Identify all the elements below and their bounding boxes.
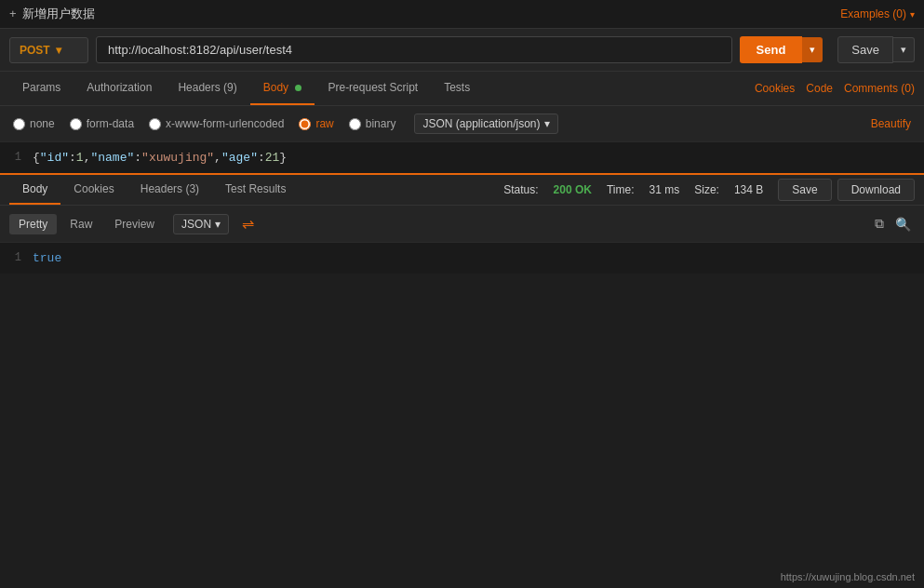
body-type-options: none form-data x-www-form-urlencoded raw…: [13, 114, 558, 134]
tab-nav-left: Params Authorization Headers (9) Body Pr…: [9, 72, 483, 105]
response-code-line-1: 1 true: [0, 250, 924, 266]
response-meta: Status: 200 OK Time: 31 ms Size: 134 B S…: [503, 179, 915, 201]
body-option-form-data[interactable]: form-data: [70, 117, 134, 130]
request-editor: 1 {"id":1,"name":"xuwujing","age":21}: [0, 142, 924, 173]
resp-pretty-btn[interactable]: Pretty: [9, 214, 57, 234]
code-content-1: {"id":1,"name":"xuwujing","age":21}: [33, 151, 287, 165]
resp-wrap-btn[interactable]: ⇌: [233, 211, 263, 236]
response-save-button[interactable]: Save: [778, 179, 831, 201]
body-option-binary[interactable]: binary: [349, 117, 396, 130]
page-title: 新增用户数据: [9, 6, 95, 22]
method-select[interactable]: POST ▾: [9, 37, 88, 63]
size-label: Size:: [694, 183, 719, 196]
response-tab-headers[interactable]: Headers (3): [127, 175, 212, 205]
response-tabs: Body Cookies Headers (3) Test Results: [9, 175, 299, 205]
tab-authorization[interactable]: Authorization: [74, 72, 165, 105]
response-tab-test-results[interactable]: Test Results: [212, 175, 299, 205]
response-body-right: ⧉ 🔍: [871, 212, 915, 235]
save-button-group: Save ▾: [837, 36, 915, 63]
status-value: 200 OK: [554, 183, 592, 196]
resp-preview-btn[interactable]: Preview: [105, 214, 164, 234]
response-body-left: Pretty Raw Preview JSON ▾ ⇌: [9, 211, 263, 236]
tab-body[interactable]: Body: [250, 72, 315, 105]
copy-response-button[interactable]: ⧉: [871, 212, 888, 235]
method-chevron-icon: ▾: [56, 44, 61, 57]
line-number-1: 1: [0, 151, 33, 164]
response-tab-cookies[interactable]: Cookies: [60, 175, 127, 205]
examples-label: Examples (0): [840, 7, 906, 20]
tab-pre-request[interactable]: Pre-request Script: [315, 72, 431, 105]
chevron-down-icon: [910, 7, 915, 20]
tab-params[interactable]: Params: [9, 72, 74, 105]
comments-link[interactable]: Comments (0): [844, 82, 915, 95]
json-type-chevron-icon: ▾: [544, 117, 550, 130]
beautify-button[interactable]: Beautify: [871, 117, 911, 130]
code-line-1: 1 {"id":1,"name":"xuwujing","age":21}: [0, 150, 924, 166]
top-bar: 新增用户数据 Examples (0): [0, 0, 924, 29]
send-dropdown-button[interactable]: ▾: [802, 37, 823, 62]
method-value: POST: [20, 44, 50, 57]
status-label: Status:: [503, 183, 538, 196]
tab-nav-right: Cookies Code Comments (0): [755, 82, 915, 95]
response-header: Body Cookies Headers (3) Test Results St…: [0, 175, 924, 206]
resp-json-chevron-icon: ▾: [215, 218, 221, 231]
resp-json-type-btn[interactable]: JSON ▾: [173, 214, 229, 234]
body-option-url-encoded[interactable]: x-www-form-urlencoded: [149, 117, 284, 130]
url-input[interactable]: [96, 36, 732, 63]
response-code-area: 1 true: [0, 243, 924, 274]
body-option-none[interactable]: none: [13, 117, 55, 130]
response-tab-body[interactable]: Body: [9, 175, 60, 205]
body-option-raw[interactable]: raw: [299, 117, 333, 130]
save-button[interactable]: Save: [837, 36, 893, 63]
footer-link: https://xuwujing.blog.csdn.net: [781, 571, 915, 582]
response-section: Body Cookies Headers (3) Test Results St…: [0, 173, 924, 274]
code-link[interactable]: Code: [806, 82, 833, 95]
body-type-bar: none form-data x-www-form-urlencoded raw…: [0, 106, 924, 142]
response-value-1: true: [33, 251, 61, 265]
size-value: 134 B: [734, 183, 763, 196]
send-button[interactable]: Send: [740, 36, 803, 63]
tab-headers[interactable]: Headers (9): [165, 72, 249, 105]
response-body-bar: Pretty Raw Preview JSON ▾ ⇌ ⧉ 🔍: [0, 206, 924, 243]
body-active-dot: [295, 85, 301, 91]
resp-raw-btn[interactable]: Raw: [60, 214, 101, 234]
tab-tests[interactable]: Tests: [431, 72, 483, 105]
request-line: POST ▾ Send ▾ Save ▾: [0, 29, 924, 72]
time-value: 31 ms: [649, 183, 680, 196]
response-actions: Save Download: [778, 179, 915, 201]
cookies-link[interactable]: Cookies: [755, 82, 795, 95]
json-type-button[interactable]: JSON (application/json) ▾: [414, 114, 557, 134]
response-download-button[interactable]: Download: [837, 179, 915, 201]
search-response-button[interactable]: 🔍: [891, 212, 915, 235]
editor-area[interactable]: 1 {"id":1,"name":"xuwujing","age":21}: [0, 142, 924, 173]
time-label: Time:: [607, 183, 635, 196]
response-line-number-1: 1: [0, 251, 33, 264]
save-dropdown-button[interactable]: ▾: [893, 37, 915, 62]
send-button-group: Send ▾: [740, 36, 824, 63]
request-tab-nav: Params Authorization Headers (9) Body Pr…: [0, 72, 924, 106]
examples-button[interactable]: Examples (0): [840, 7, 915, 20]
